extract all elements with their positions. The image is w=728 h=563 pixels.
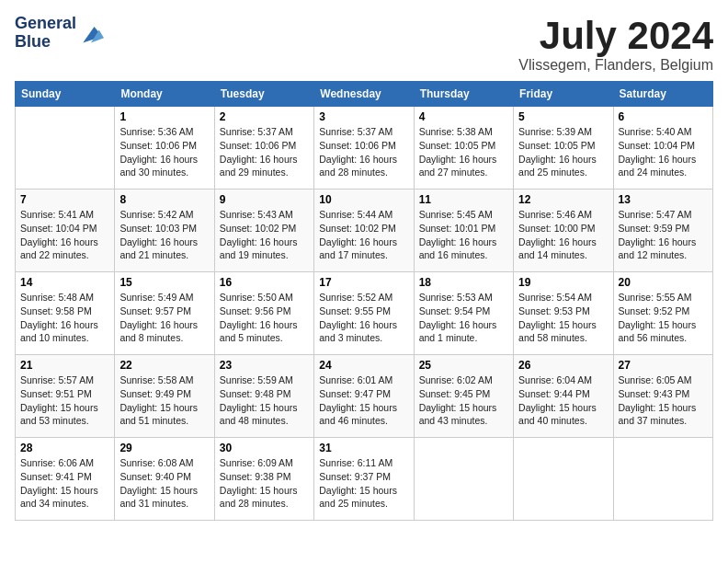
day-info: Sunrise: 6:02 AM Sunset: 9:45 PM Dayligh…	[419, 373, 508, 428]
day-number: 18	[419, 276, 508, 289]
day-info: Sunrise: 5:41 AM Sunset: 10:04 PM Daylig…	[20, 208, 109, 262]
day-number: 23	[220, 359, 309, 372]
calendar-cell: 26Sunrise: 6:04 AM Sunset: 9:44 PM Dayli…	[514, 355, 613, 438]
day-info: Sunrise: 6:11 AM Sunset: 9:37 PM Dayligh…	[319, 456, 408, 511]
calendar-cell: 12Sunrise: 5:46 AM Sunset: 10:00 PM Dayl…	[514, 190, 613, 272]
day-number: 21	[20, 359, 109, 372]
weekday-header-row: SundayMondayTuesdayWednesdayThursdayFrid…	[16, 82, 713, 107]
day-info: Sunrise: 5:45 AM Sunset: 10:01 PM Daylig…	[419, 208, 508, 262]
week-row-5: 28Sunrise: 6:06 AM Sunset: 9:41 PM Dayli…	[16, 438, 713, 521]
weekday-header-sunday: Sunday	[16, 82, 115, 107]
day-number: 10	[319, 193, 408, 206]
logo: GeneralBlue	[15, 15, 104, 52]
day-info: Sunrise: 5:59 AM Sunset: 9:48 PM Dayligh…	[220, 373, 309, 428]
weekday-header-tuesday: Tuesday	[214, 82, 313, 107]
day-number: 4	[419, 110, 508, 123]
day-number: 16	[220, 276, 309, 289]
location-subtitle: Vlissegem, Flanders, Belgium	[518, 57, 713, 74]
day-info: Sunrise: 5:42 AM Sunset: 10:03 PM Daylig…	[119, 208, 209, 262]
calendar-cell: 13Sunrise: 5:47 AM Sunset: 9:59 PM Dayli…	[613, 190, 712, 272]
calendar-cell: 27Sunrise: 6:05 AM Sunset: 9:43 PM Dayli…	[613, 355, 712, 438]
calendar-cell	[613, 438, 712, 521]
day-number: 31	[319, 442, 408, 454]
day-info: Sunrise: 5:53 AM Sunset: 9:54 PM Dayligh…	[419, 291, 508, 345]
calendar-cell: 3Sunrise: 5:37 AM Sunset: 10:06 PM Dayli…	[314, 107, 414, 190]
day-info: Sunrise: 5:48 AM Sunset: 9:58 PM Dayligh…	[20, 291, 109, 345]
day-number: 1	[119, 110, 209, 123]
calendar-cell: 1Sunrise: 5:36 AM Sunset: 10:06 PM Dayli…	[115, 107, 214, 190]
week-row-4: 21Sunrise: 5:57 AM Sunset: 9:51 PM Dayli…	[16, 355, 713, 438]
day-number: 5	[518, 110, 608, 123]
day-info: Sunrise: 5:49 AM Sunset: 9:57 PM Dayligh…	[119, 291, 209, 345]
day-number: 17	[319, 276, 408, 289]
day-info: Sunrise: 5:47 AM Sunset: 9:59 PM Dayligh…	[619, 208, 708, 262]
day-info: Sunrise: 5:58 AM Sunset: 9:49 PM Dayligh…	[119, 373, 209, 428]
logo-text: GeneralBlue	[15, 15, 76, 52]
day-number: 2	[220, 110, 309, 123]
calendar-table: SundayMondayTuesdayWednesdayThursdayFrid…	[15, 81, 713, 521]
day-number: 24	[319, 359, 408, 372]
title-block: July 2024 Vlissegem, Flanders, Belgium	[518, 15, 713, 74]
day-number: 28	[20, 442, 109, 454]
day-number: 11	[419, 193, 508, 206]
calendar-cell: 7Sunrise: 5:41 AM Sunset: 10:04 PM Dayli…	[16, 190, 115, 272]
day-number: 12	[518, 193, 608, 206]
weekday-header-wednesday: Wednesday	[314, 82, 414, 107]
day-number: 7	[20, 193, 109, 206]
logo-icon	[78, 20, 104, 46]
day-number: 19	[518, 276, 608, 289]
day-number: 9	[220, 193, 309, 206]
day-info: Sunrise: 6:04 AM Sunset: 9:44 PM Dayligh…	[518, 373, 608, 428]
day-number: 25	[419, 359, 508, 372]
calendar-cell: 14Sunrise: 5:48 AM Sunset: 9:58 PM Dayli…	[16, 272, 115, 355]
calendar-cell: 2Sunrise: 5:37 AM Sunset: 10:06 PM Dayli…	[214, 107, 313, 190]
calendar-cell: 29Sunrise: 6:08 AM Sunset: 9:40 PM Dayli…	[115, 438, 214, 521]
calendar-cell: 31Sunrise: 6:11 AM Sunset: 9:37 PM Dayli…	[314, 438, 414, 521]
day-info: Sunrise: 5:37 AM Sunset: 10:06 PM Daylig…	[220, 125, 309, 179]
day-info: Sunrise: 5:38 AM Sunset: 10:05 PM Daylig…	[419, 125, 508, 179]
calendar-cell: 23Sunrise: 5:59 AM Sunset: 9:48 PM Dayli…	[214, 355, 313, 438]
weekday-header-thursday: Thursday	[414, 82, 513, 107]
day-number: 22	[119, 359, 209, 372]
calendar-cell: 19Sunrise: 5:54 AM Sunset: 9:53 PM Dayli…	[514, 272, 613, 355]
day-number: 14	[20, 276, 109, 289]
day-number: 6	[619, 110, 708, 123]
calendar-cell: 8Sunrise: 5:42 AM Sunset: 10:03 PM Dayli…	[115, 190, 214, 272]
calendar-cell: 30Sunrise: 6:09 AM Sunset: 9:38 PM Dayli…	[214, 438, 313, 521]
day-number: 30	[220, 442, 309, 454]
calendar-cell: 21Sunrise: 5:57 AM Sunset: 9:51 PM Dayli…	[16, 355, 115, 438]
day-number: 27	[619, 359, 708, 372]
calendar-cell: 18Sunrise: 5:53 AM Sunset: 9:54 PM Dayli…	[414, 272, 513, 355]
day-info: Sunrise: 5:39 AM Sunset: 10:05 PM Daylig…	[518, 125, 608, 179]
day-number: 3	[319, 110, 408, 123]
day-info: Sunrise: 5:54 AM Sunset: 9:53 PM Dayligh…	[518, 291, 608, 345]
calendar-body: 1Sunrise: 5:36 AM Sunset: 10:06 PM Dayli…	[16, 107, 713, 521]
week-row-3: 14Sunrise: 5:48 AM Sunset: 9:58 PM Dayli…	[16, 272, 713, 355]
day-info: Sunrise: 6:05 AM Sunset: 9:43 PM Dayligh…	[619, 373, 708, 428]
calendar-cell: 28Sunrise: 6:06 AM Sunset: 9:41 PM Dayli…	[16, 438, 115, 521]
calendar-cell: 24Sunrise: 6:01 AM Sunset: 9:47 PM Dayli…	[314, 355, 414, 438]
day-info: Sunrise: 5:44 AM Sunset: 10:02 PM Daylig…	[319, 208, 408, 262]
day-info: Sunrise: 5:55 AM Sunset: 9:52 PM Dayligh…	[619, 291, 708, 345]
day-info: Sunrise: 6:09 AM Sunset: 9:38 PM Dayligh…	[220, 456, 309, 511]
day-info: Sunrise: 5:36 AM Sunset: 10:06 PM Daylig…	[119, 125, 209, 179]
calendar-cell: 9Sunrise: 5:43 AM Sunset: 10:02 PM Dayli…	[214, 190, 313, 272]
calendar-cell: 6Sunrise: 5:40 AM Sunset: 10:04 PM Dayli…	[613, 107, 712, 190]
calendar-cell: 25Sunrise: 6:02 AM Sunset: 9:45 PM Dayli…	[414, 355, 513, 438]
calendar-cell	[514, 438, 613, 521]
day-number: 13	[619, 193, 708, 206]
day-info: Sunrise: 5:57 AM Sunset: 9:51 PM Dayligh…	[20, 373, 109, 428]
day-info: Sunrise: 6:08 AM Sunset: 9:40 PM Dayligh…	[119, 456, 209, 511]
day-info: Sunrise: 5:43 AM Sunset: 10:02 PM Daylig…	[220, 208, 309, 262]
calendar-cell: 15Sunrise: 5:49 AM Sunset: 9:57 PM Dayli…	[115, 272, 214, 355]
day-info: Sunrise: 6:06 AM Sunset: 9:41 PM Dayligh…	[20, 456, 109, 511]
day-number: 29	[119, 442, 209, 454]
calendar-cell: 10Sunrise: 5:44 AM Sunset: 10:02 PM Dayl…	[314, 190, 414, 272]
day-info: Sunrise: 5:46 AM Sunset: 10:00 PM Daylig…	[518, 208, 608, 262]
calendar-cell: 16Sunrise: 5:50 AM Sunset: 9:56 PM Dayli…	[214, 272, 313, 355]
day-info: Sunrise: 5:40 AM Sunset: 10:04 PM Daylig…	[619, 125, 708, 179]
weekday-header-friday: Friday	[514, 82, 613, 107]
calendar-cell: 17Sunrise: 5:52 AM Sunset: 9:55 PM Dayli…	[314, 272, 414, 355]
day-number: 26	[518, 359, 608, 372]
calendar-cell: 5Sunrise: 5:39 AM Sunset: 10:05 PM Dayli…	[514, 107, 613, 190]
